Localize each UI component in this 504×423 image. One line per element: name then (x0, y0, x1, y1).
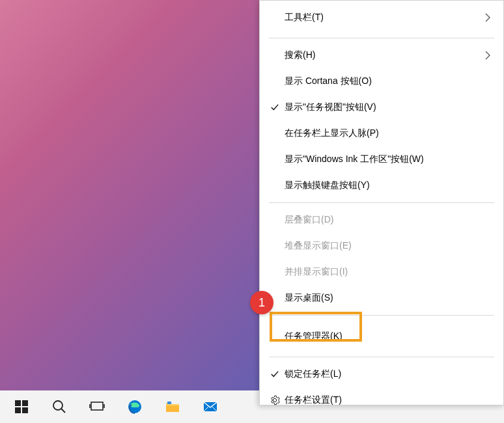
chevron-right-icon (483, 12, 493, 23)
menu-separator (269, 357, 494, 357)
menu-label-cascade: 层叠窗口(D) (283, 214, 493, 226)
menu-item-stacked[interactable]: 堆叠显示窗口(E) (260, 233, 503, 259)
menu-item-cascade[interactable]: 层叠窗口(D) (260, 207, 503, 233)
menu-label-sidebyside: 并排显示窗口(I) (283, 266, 493, 278)
start-button[interactable] (3, 390, 40, 423)
menu-item-show-desktop[interactable]: 显示桌面(S) (260, 285, 503, 311)
svg-rect-10 (166, 405, 179, 412)
menu-item-show-taskview[interactable]: 显示"任务视图"按钮(V) (260, 94, 503, 120)
svg-rect-3 (22, 407, 28, 413)
menu-item-show-touchkeyboard[interactable]: 显示触摸键盘按钮(Y) (260, 172, 503, 198)
edge-icon (127, 399, 143, 415)
watermark: 知乎 @华硕服务 (428, 374, 496, 385)
taskview-icon (89, 399, 105, 415)
menu-label-search: 搜索(H) (283, 49, 483, 61)
gear-icon (266, 395, 283, 405)
menu-item-sidebyside[interactable]: 并排显示窗口(I) (260, 259, 503, 285)
folder-icon (165, 399, 180, 415)
menu-label-taskmanager: 任务管理器(K) (283, 331, 493, 342)
menu-item-task-manager[interactable]: 任务管理器(K) (260, 320, 503, 353)
menu-separator (269, 38, 494, 38)
search-button[interactable] (40, 390, 78, 423)
menu-item-search[interactable]: 搜索(H) (260, 42, 503, 68)
menu-item-show-cortana[interactable]: 显示 Cortana 按钮(O) (260, 68, 503, 94)
menu-label-showdesktop: 显示桌面(S) (283, 292, 493, 304)
edge-button[interactable] (116, 390, 154, 423)
watermark-site: 知乎 (428, 374, 447, 385)
menu-separator (269, 315, 494, 316)
taskbar-context-menu: 工具栏(T) 搜索(H) 显示 Cortana 按钮(O) 显示"任务视图"按钮… (259, 0, 504, 405)
svg-rect-6 (91, 402, 103, 410)
taskview-button[interactable] (78, 390, 116, 423)
menu-label-stacked: 堆叠显示窗口(E) (283, 240, 493, 252)
menu-label-touchkeyboard: 显示触摸键盘按钮(Y) (283, 180, 493, 191)
mail-button[interactable] (191, 390, 229, 423)
check-icon (266, 103, 283, 112)
windows-icon (14, 399, 29, 415)
menu-item-show-people[interactable]: 在任务栏上显示人脉(P) (260, 120, 503, 146)
menu-label-people: 在任务栏上显示人脉(P) (283, 128, 493, 139)
menu-label-ink: 显示"Windows Ink 工作区"按钮(W) (283, 154, 493, 165)
mail-icon (203, 399, 218, 415)
menu-item-toolbars[interactable]: 工具栏(T) (260, 1, 503, 34)
svg-point-4 (53, 401, 63, 410)
svg-rect-11 (167, 402, 171, 404)
menu-item-taskbar-settings[interactable]: 任务栏设置(T) (260, 387, 503, 413)
svg-rect-1 (22, 400, 28, 406)
watermark-author: @华硕服务 (451, 374, 496, 385)
chevron-right-icon (483, 50, 493, 61)
svg-rect-0 (15, 400, 21, 406)
annotation-badge: 1 (250, 291, 273, 314)
menu-separator (269, 202, 494, 203)
search-icon (51, 399, 67, 415)
svg-rect-2 (15, 407, 21, 413)
menu-label-taskbarsettings: 任务栏设置(T) (283, 394, 493, 406)
menu-item-show-ink[interactable]: 显示"Windows Ink 工作区"按钮(W) (260, 146, 503, 172)
menu-label-cortana: 显示 Cortana 按钮(O) (283, 75, 493, 87)
menu-label-toolbars: 工具栏(T) (283, 12, 483, 23)
check-icon (266, 370, 283, 379)
menu-label-taskview: 显示"任务视图"按钮(V) (283, 102, 493, 113)
explorer-button[interactable] (154, 390, 191, 423)
svg-line-5 (61, 409, 65, 413)
